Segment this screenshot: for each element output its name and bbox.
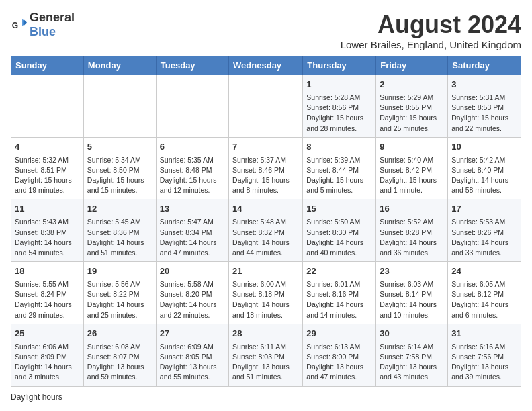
day-info: Sunrise: 6:08 AM Sunset: 8:07 PM Dayligh… [87, 342, 152, 383]
day-info: Sunrise: 6:05 AM Sunset: 8:12 PM Dayligh… [451, 279, 517, 320]
note-daylight: Daylight hours [11, 392, 521, 402]
day-info: Sunrise: 6:16 AM Sunset: 7:56 PM Dayligh… [451, 342, 517, 383]
day-number: 19 [87, 265, 152, 278]
header-thursday: Thursday [303, 56, 376, 75]
day-cell-4-3: 20Sunrise: 5:58 AM Sunset: 8:20 PM Dayli… [156, 262, 228, 324]
svg-text:G: G [12, 21, 18, 30]
day-number: 15 [306, 203, 372, 216]
day-cell-1-1 [11, 75, 84, 138]
day-cell-3-5: 15Sunrise: 5:50 AM Sunset: 8:30 PM Dayli… [303, 199, 376, 262]
header-tuesday: Tuesday [156, 56, 228, 75]
day-info: Sunrise: 5:53 AM Sunset: 8:26 PM Dayligh… [451, 217, 517, 258]
day-info: Sunrise: 6:01 AM Sunset: 8:16 PM Dayligh… [306, 279, 372, 320]
day-cell-1-4 [229, 75, 303, 138]
header-sunday: Sunday [11, 56, 84, 75]
day-number: 1 [306, 79, 372, 91]
day-number: 24 [451, 265, 517, 278]
day-number: 4 [15, 141, 80, 154]
day-number: 3 [451, 79, 517, 91]
day-number: 13 [160, 203, 225, 216]
day-info: Sunrise: 5:50 AM Sunset: 8:30 PM Dayligh… [306, 217, 372, 258]
day-cell-2-6: 9Sunrise: 5:40 AM Sunset: 8:42 PM Daylig… [376, 137, 448, 199]
week-row-4: 18Sunrise: 5:55 AM Sunset: 8:24 PM Dayli… [11, 262, 521, 324]
day-info: Sunrise: 6:06 AM Sunset: 8:09 PM Dayligh… [15, 342, 80, 383]
day-cell-3-6: 16Sunrise: 5:52 AM Sunset: 8:28 PM Dayli… [376, 199, 448, 262]
day-number: 6 [160, 141, 225, 154]
day-cell-5-4: 28Sunrise: 6:11 AM Sunset: 8:03 PM Dayli… [229, 324, 303, 386]
day-cell-1-6: 2Sunrise: 5:29 AM Sunset: 8:55 PM Daylig… [376, 75, 448, 138]
day-number: 26 [87, 328, 152, 340]
daylight-note-text: Daylight hours [11, 392, 62, 402]
day-number: 20 [160, 265, 225, 278]
day-info: Sunrise: 5:32 AM Sunset: 8:51 PM Dayligh… [15, 155, 80, 196]
day-info: Sunrise: 5:47 AM Sunset: 8:34 PM Dayligh… [160, 217, 225, 258]
day-number: 29 [306, 328, 372, 340]
day-info: Sunrise: 5:40 AM Sunset: 8:42 PM Dayligh… [380, 155, 444, 196]
day-cell-5-1: 25Sunrise: 6:06 AM Sunset: 8:09 PM Dayli… [11, 324, 84, 386]
day-cell-3-4: 14Sunrise: 5:48 AM Sunset: 8:32 PM Dayli… [229, 199, 303, 262]
header-wednesday: Wednesday [229, 56, 303, 75]
day-info: Sunrise: 6:00 AM Sunset: 8:18 PM Dayligh… [232, 279, 299, 320]
day-cell-5-3: 27Sunrise: 6:09 AM Sunset: 8:05 PM Dayli… [156, 324, 228, 386]
day-info: Sunrise: 5:39 AM Sunset: 8:44 PM Dayligh… [306, 155, 372, 196]
day-cell-1-5: 1Sunrise: 5:28 AM Sunset: 8:56 PM Daylig… [303, 75, 376, 138]
day-info: Sunrise: 5:29 AM Sunset: 8:55 PM Dayligh… [380, 93, 444, 134]
day-cell-2-2: 5Sunrise: 5:34 AM Sunset: 8:50 PM Daylig… [83, 137, 156, 199]
day-info: Sunrise: 5:58 AM Sunset: 8:20 PM Dayligh… [160, 279, 225, 320]
day-number: 27 [160, 328, 225, 340]
day-info: Sunrise: 6:09 AM Sunset: 8:05 PM Dayligh… [160, 342, 225, 383]
day-info: Sunrise: 5:52 AM Sunset: 8:28 PM Dayligh… [380, 217, 444, 258]
week-row-1: 1Sunrise: 5:28 AM Sunset: 8:56 PM Daylig… [11, 75, 521, 138]
logo-icon: G [11, 17, 27, 33]
logo-blue: Blue [30, 25, 56, 38]
day-cell-4-1: 18Sunrise: 5:55 AM Sunset: 8:24 PM Dayli… [11, 262, 84, 324]
day-number: 9 [380, 141, 444, 154]
day-info: Sunrise: 5:45 AM Sunset: 8:36 PM Dayligh… [87, 217, 152, 258]
day-info: Sunrise: 5:42 AM Sunset: 8:40 PM Dayligh… [451, 155, 517, 196]
week-row-2: 4Sunrise: 5:32 AM Sunset: 8:51 PM Daylig… [11, 137, 521, 199]
day-number: 10 [451, 141, 517, 154]
week-row-3: 11Sunrise: 5:43 AM Sunset: 8:38 PM Dayli… [11, 199, 521, 262]
title-block: August 2024 Lower Brailes, England, Unit… [341, 11, 521, 50]
logo-general: General [30, 11, 75, 24]
day-cell-3-2: 12Sunrise: 5:45 AM Sunset: 8:36 PM Dayli… [83, 199, 156, 262]
day-cell-3-7: 17Sunrise: 5:53 AM Sunset: 8:26 PM Dayli… [448, 199, 521, 262]
day-cell-3-1: 11Sunrise: 5:43 AM Sunset: 8:38 PM Dayli… [11, 199, 84, 262]
day-cell-4-7: 24Sunrise: 6:05 AM Sunset: 8:12 PM Dayli… [448, 262, 521, 324]
day-info: Sunrise: 6:13 AM Sunset: 8:00 PM Dayligh… [306, 342, 372, 383]
header-row: SundayMondayTuesdayWednesdayThursdayFrid… [11, 56, 521, 75]
day-number: 7 [232, 141, 299, 154]
location: Lower Brailes, England, United Kingdom [341, 39, 521, 50]
day-cell-2-1: 4Sunrise: 5:32 AM Sunset: 8:51 PM Daylig… [11, 137, 84, 199]
day-info: Sunrise: 5:28 AM Sunset: 8:56 PM Dayligh… [306, 93, 372, 134]
day-info: Sunrise: 5:37 AM Sunset: 8:46 PM Dayligh… [232, 155, 299, 196]
day-cell-1-7: 3Sunrise: 5:31 AM Sunset: 8:53 PM Daylig… [448, 75, 521, 138]
day-cell-1-2 [83, 75, 156, 138]
day-cell-4-5: 22Sunrise: 6:01 AM Sunset: 8:16 PM Dayli… [303, 262, 376, 324]
day-number: 17 [451, 203, 517, 216]
day-number: 21 [232, 265, 299, 278]
day-cell-1-3 [156, 75, 228, 138]
day-cell-5-2: 26Sunrise: 6:08 AM Sunset: 8:07 PM Dayli… [83, 324, 156, 386]
logo: G General Blue [11, 11, 75, 39]
day-number: 25 [15, 328, 80, 340]
day-number: 5 [87, 141, 152, 154]
calendar-table: SundayMondayTuesdayWednesdayThursdayFrid… [11, 56, 521, 387]
day-info: Sunrise: 6:03 AM Sunset: 8:14 PM Dayligh… [380, 279, 444, 320]
day-info: Sunrise: 5:55 AM Sunset: 8:24 PM Dayligh… [15, 279, 80, 320]
day-number: 28 [232, 328, 299, 340]
day-info: Sunrise: 5:31 AM Sunset: 8:53 PM Dayligh… [451, 93, 517, 134]
day-number: 2 [380, 79, 444, 91]
day-number: 31 [451, 328, 517, 340]
day-info: Sunrise: 5:34 AM Sunset: 8:50 PM Dayligh… [87, 155, 152, 196]
day-number: 23 [380, 265, 444, 278]
week-row-5: 25Sunrise: 6:06 AM Sunset: 8:09 PM Dayli… [11, 324, 521, 386]
day-number: 12 [87, 203, 152, 216]
day-info: Sunrise: 5:43 AM Sunset: 8:38 PM Dayligh… [15, 217, 80, 258]
day-number: 16 [380, 203, 444, 216]
day-cell-4-2: 19Sunrise: 5:56 AM Sunset: 8:22 PM Dayli… [83, 262, 156, 324]
day-number: 18 [15, 265, 80, 278]
logo-text: General Blue [30, 11, 75, 39]
day-number: 30 [380, 328, 444, 340]
day-number: 14 [232, 203, 299, 216]
